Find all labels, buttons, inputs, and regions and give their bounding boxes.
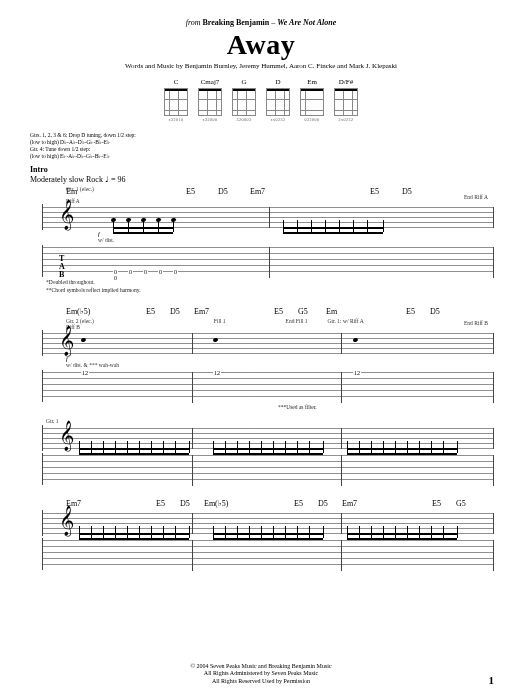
chord-fingering: x32000	[203, 117, 218, 122]
staff-block: 𝄞	[28, 510, 494, 570]
fretboard-icon	[232, 88, 256, 116]
staff-block: Gtr. 1 (elec.) End Riff A 𝄞	[28, 204, 494, 277]
fretboard-icon	[198, 88, 222, 116]
chord-line: Em(♭5) E5 D5 Em7 E5 G5 Em E5 D5	[66, 307, 494, 316]
end-riff-label: End Riff B	[464, 320, 488, 326]
guitar-label: Gtr. 1	[46, 418, 494, 424]
copyright-footer: © 2004 Seven Peaks Music and Breaking Be…	[0, 663, 522, 686]
chord-symbol: D5	[430, 307, 450, 316]
tuning-notes: Gtrs. 1, 2, 3 & 6: Drop D tuning, down 1…	[30, 132, 494, 161]
chord-name: Cmaj7	[201, 78, 220, 86]
performance-note: w/ dist. & *** wah-wah	[66, 362, 494, 368]
tab-staff: 12 12 12	[42, 370, 494, 402]
chord-symbol: D5	[318, 499, 342, 508]
chord-diagram: C x32010	[164, 78, 188, 122]
chord-name: C	[174, 78, 179, 86]
chord-symbol: D5	[218, 187, 250, 196]
chord-diagram-row: C x32010 Cmaj7 x32000 G 320003 D xx0232 …	[28, 78, 494, 122]
chord-symbol: Em7	[194, 307, 274, 316]
chord-symbol: Em7	[66, 499, 156, 508]
tuning-line: (low to high) D♭-A♭-D♭-G♭-B♭-E♭	[30, 139, 494, 146]
chord-symbol: E5	[294, 499, 318, 508]
copyright-line: © 2004 Seven Peaks Music and Breaking Be…	[0, 663, 522, 671]
end-riff-label: End Riff A	[464, 194, 488, 200]
chord-symbol: Em(♭5)	[204, 499, 294, 508]
chord-fingering: 320003	[237, 117, 252, 122]
fretboard-icon	[300, 88, 324, 116]
staff-block: 𝄞	[28, 425, 494, 485]
treble-clef-icon: 𝄞	[59, 508, 74, 534]
end-fill-label: End Fill 1	[286, 318, 308, 324]
tab-staff	[42, 538, 494, 570]
guitar-annotation: Gtr. 1 (elec.)	[66, 186, 94, 192]
fill-label: Fill 1	[214, 318, 226, 324]
notation-staff: 𝄞	[42, 330, 494, 356]
chord-name: D	[275, 78, 280, 86]
chord-fingering: xx0232	[271, 117, 286, 122]
from-prefix: from	[186, 18, 201, 27]
chord-symbol: E5	[156, 499, 180, 508]
music-system: Em(♭5) E5 D5 Em7 E5 G5 Em E5 D5 Gtr. 2 (…	[28, 307, 494, 485]
footnote: **Chord symbols reflect implied harmony.	[46, 287, 494, 293]
chord-fingering: 2x0232	[339, 117, 354, 122]
chord-name: D/F#	[339, 78, 353, 86]
fretboard-icon	[334, 88, 358, 116]
chord-diagram: D xx0232	[266, 78, 290, 122]
fretboard-icon	[266, 88, 290, 116]
staff-block: End Riff B 𝄞 f w/ dist. & *** wah-wah 12…	[28, 330, 494, 410]
chord-symbol: G5	[298, 307, 326, 316]
fretboard-icon	[164, 88, 188, 116]
chord-symbol: Em	[326, 307, 406, 316]
chord-symbol: D5	[170, 307, 194, 316]
gtr1-riff-note: Gtr. 1: w/ Riff A	[328, 318, 364, 324]
treble-clef-icon: 𝄞	[59, 328, 74, 354]
notation-staff: 𝄞	[42, 425, 494, 451]
treble-clef-icon: 𝄞	[59, 202, 74, 228]
chord-symbol: E5	[406, 307, 430, 316]
chord-fingering: x32010	[169, 117, 184, 122]
tuning-line: (low to high) E♭-A♭-D♭-G♭-B♭-E♭	[30, 153, 494, 160]
from-line: from Breaking Benjamin – We Are Not Alon…	[28, 18, 494, 27]
chord-diagram: Cmaj7 x32000	[198, 78, 222, 122]
footnote: ***Used as filter.	[278, 404, 494, 410]
chord-symbol: E5	[146, 307, 170, 316]
chord-symbol: D5	[180, 499, 204, 508]
tuning-line: Gtr. 4: Tune down 1/2 step:	[30, 146, 494, 153]
chord-diagram: G 320003	[232, 78, 256, 122]
album-name: We Are Not Alone	[277, 18, 336, 27]
artist-name: Breaking Benjamin	[203, 18, 270, 27]
song-title: Away	[28, 29, 494, 61]
chord-diagram: Em 022000	[300, 78, 324, 122]
chord-symbol: Em7	[342, 499, 432, 508]
tempo-marking: Moderately slow Rock ♩ = 96	[30, 175, 494, 184]
performance-note: w/ dist.	[98, 237, 494, 243]
tab-staff: TAB 0 0 0 0 0 0	[42, 245, 494, 277]
chord-diagram: D/F# 2x0232	[334, 78, 358, 122]
chord-symbol: G5	[456, 499, 476, 508]
notation-staff: 𝄞	[42, 204, 494, 230]
chord-name: G	[241, 78, 246, 86]
music-system: Em E5 D5 Em7 E5 D5 Riff A Gtr. 1 (elec.)…	[28, 187, 494, 293]
chord-symbol: E5	[432, 499, 456, 508]
treble-clef-icon: 𝄞	[59, 423, 74, 449]
tab-label: TAB	[59, 255, 65, 279]
section-label: Intro	[30, 165, 494, 174]
chord-symbol: E5	[186, 187, 218, 196]
chord-symbol: D5	[402, 187, 434, 196]
chord-line: Em E5 D5 Em7 E5 D5	[66, 187, 494, 196]
chord-fingering: 022000	[305, 117, 320, 122]
tuning-line: Gtrs. 1, 2, 3 & 6: Drop D tuning, down 1…	[30, 132, 494, 139]
music-system: Em7 E5 D5 Em(♭5) E5 D5 Em7 E5 G5 𝄞	[28, 499, 494, 570]
chord-symbol: E5	[274, 307, 298, 316]
sheet-header: from Breaking Benjamin – We Are Not Alon…	[28, 18, 494, 70]
chord-symbol: Em(♭5)	[66, 307, 146, 316]
chord-symbol: E5	[370, 187, 402, 196]
tab-staff	[42, 453, 494, 485]
separator: –	[271, 18, 275, 27]
page-number: 1	[489, 674, 495, 686]
guitar-annotation: Gtr. 2 (elec.)	[66, 318, 94, 324]
copyright-line: All Rights Reserved Used by Permission	[0, 678, 522, 686]
chord-line: Em7 E5 D5 Em(♭5) E5 D5 Em7 E5 G5	[66, 499, 494, 508]
chord-name: Em	[307, 78, 317, 86]
chord-symbol: Em7	[250, 187, 370, 196]
